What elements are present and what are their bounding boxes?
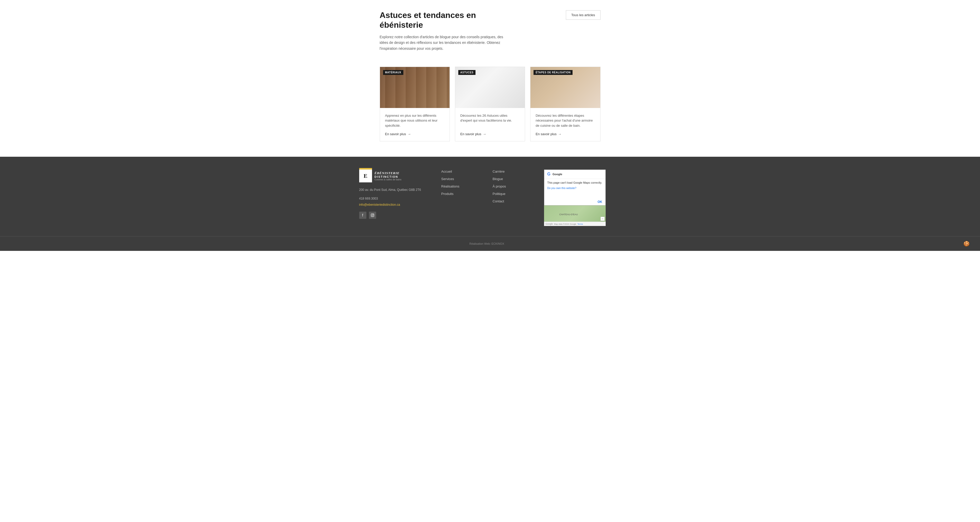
card-link-3[interactable]: En savoir plus →	[536, 132, 595, 136]
arrow-icon-3: →	[558, 132, 562, 136]
facebook-icon[interactable]: f	[359, 212, 366, 219]
logo-text-area: ébénisterie DISTINCTION Cuisines & salle…	[375, 171, 402, 181]
footer-nav-politique[interactable]: Politique	[493, 192, 534, 196]
map-terms-link[interactable]: Terms	[578, 223, 583, 225]
logo-brand-sub: DISTINCTION	[375, 175, 402, 178]
card-image-1: MATÉRIAUX	[380, 67, 450, 108]
logo-top-bar	[359, 168, 372, 170]
logo-icon: E	[359, 170, 372, 182]
svg-point-2	[373, 214, 374, 215]
footer-nav-accueil[interactable]: Accueil	[441, 170, 482, 173]
footer-credit: Réalisation Web: ECKINOX	[10, 242, 963, 245]
card-link-2[interactable]: En savoir plus →	[460, 132, 520, 136]
footer-nav-realisations[interactable]: Réalisations	[441, 184, 482, 188]
footer-nav-col1: Accueil Services Réalisations Produits	[441, 170, 482, 226]
card-badge-3: ÉTAPES DE RÉALISATION	[533, 70, 573, 75]
footer-address: 200 av. du Pont Sud, Alma, Québec G8B 2T…	[359, 187, 431, 192]
card-text-2: Découvrez les 26 Astuces utiles d'expert…	[460, 113, 520, 128]
arrow-icon-2: →	[483, 132, 486, 136]
map-minus-button[interactable]: −	[601, 217, 605, 221]
card-link-1[interactable]: En savoir plus →	[385, 132, 444, 136]
map-popup: G Google This page can't load Google Map…	[544, 170, 605, 205]
footer-bottom: Réalisation Web: ECKINOX 🍪	[0, 236, 980, 251]
footer-logo-area: E ébénisterie DISTINCTION Cuisines & sal…	[359, 170, 431, 226]
map-popup-title-text: Google	[552, 173, 562, 176]
map-ok-button[interactable]: OK	[598, 200, 602, 204]
logo-brand-small: Cuisines & salles de bains	[375, 178, 402, 181]
cards-grid: MATÉRIAUX Apprenez en plus sur les diffé…	[380, 67, 601, 141]
card-image-2: ASTUCES	[455, 67, 525, 108]
card-image-3: ÉTAPES DE RÉALISATION	[530, 67, 600, 108]
map-popup-question-link[interactable]: Do you own this website?	[547, 187, 602, 190]
map-bottom-bar: Google Map data ©2024 Google Terms	[544, 222, 606, 226]
map-container: G Google This page can't load Google Map…	[544, 170, 606, 205]
map-popup-message: This page can't load Google Maps correct…	[547, 181, 602, 184]
card-badge-2: ASTUCES	[458, 70, 476, 75]
map-google-logo: Google	[546, 223, 553, 225]
footer-nav-contact[interactable]: Contact	[493, 199, 534, 203]
footer-nav-apropos[interactable]: À propos	[493, 184, 534, 188]
card-text-3: Découvrez les différentes étapes nécessa…	[536, 113, 595, 128]
map-popup-header: G Google	[544, 170, 605, 179]
footer-logo: E ébénisterie DISTINCTION Cuisines & sal…	[359, 170, 431, 182]
arrow-icon-1: →	[407, 132, 411, 136]
map-popup-body: This page can't load Google Maps correct…	[544, 179, 605, 198]
footer-nav-col2: Carrière Blogue À propos Politique Conta…	[493, 170, 534, 226]
footer: E ébénisterie DISTINCTION Cuisines & sal…	[0, 157, 980, 251]
logo-brand-main: ébénisterie	[375, 171, 402, 175]
cookie-icon[interactable]: 🍪	[963, 241, 970, 247]
card-text-1: Apprenez en plus sur les différents maté…	[385, 113, 444, 128]
footer-email[interactable]: info@ebenisteriedistinction.ca	[359, 203, 431, 206]
footer-social: f	[359, 212, 431, 219]
svg-rect-0	[371, 214, 374, 217]
map-popup-footer: OK	[544, 198, 605, 205]
map-container-area: G Google This page can't load Google Map…	[544, 170, 621, 226]
footer-nav-services[interactable]: Services	[441, 177, 482, 181]
map-label: CHATEAU-D'EAU	[560, 213, 578, 216]
card-materiaux: MATÉRIAUX Apprenez en plus sur les diffé…	[380, 67, 450, 141]
card-badge-1: MATÉRIAUX	[383, 70, 403, 75]
card-etapes: ÉTAPES DE RÉALISATION Découvrez les diff…	[530, 67, 600, 141]
svg-point-1	[372, 214, 373, 216]
card-astuces: ASTUCES Découvrez les 26 Astuces utiles …	[455, 67, 525, 141]
footer-nav-produits[interactable]: Produits	[441, 192, 482, 196]
footer-nav-blogue[interactable]: Blogue	[493, 177, 534, 181]
page-title: Astuces et tendances en ébénisterie	[380, 10, 508, 30]
map-image-area: CHATEAU-D'EAU − Google Map data ©2024 Go…	[544, 205, 606, 226]
all-articles-button[interactable]: Tous les articles	[566, 10, 600, 20]
instagram-icon[interactable]	[369, 212, 376, 219]
footer-phone: 418 669.3003	[359, 197, 431, 200]
page-description: Explorez notre collection d'articles de …	[380, 34, 508, 51]
logo-letter: E	[364, 173, 368, 179]
google-g-icon: G	[547, 172, 550, 176]
footer-nav-carriere[interactable]: Carrière	[493, 170, 534, 173]
map-credit: Map data ©2024 Google	[554, 223, 576, 225]
